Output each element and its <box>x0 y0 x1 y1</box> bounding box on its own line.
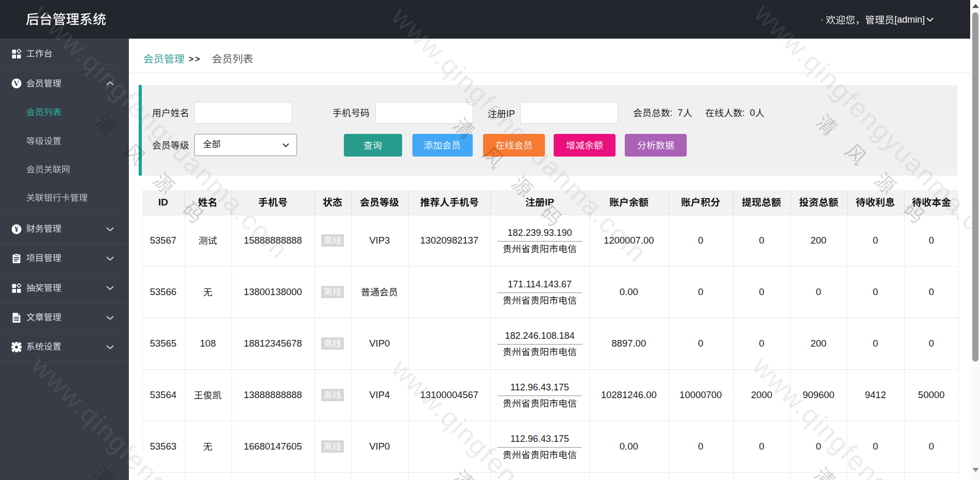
svg-text:V: V <box>14 79 20 88</box>
svg-text:¥: ¥ <box>14 225 19 233</box>
